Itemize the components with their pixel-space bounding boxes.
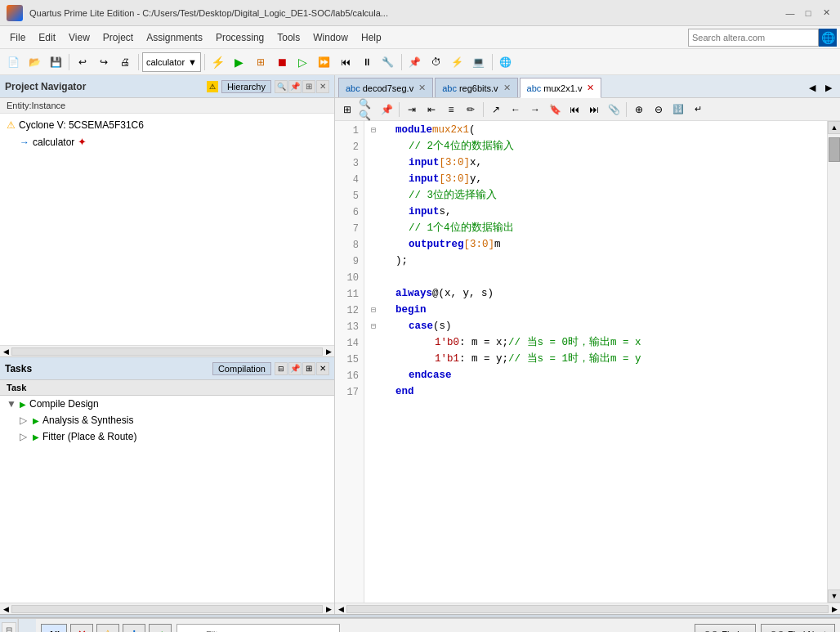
nav-close-button[interactable]: ✕ — [316, 80, 329, 93]
tab-close-reg6bits[interactable]: ✕ — [503, 83, 511, 93]
run-button[interactable]: ▷ — [293, 52, 313, 72]
back-button[interactable]: ⏮ — [336, 52, 355, 72]
menu-window[interactable]: Window — [306, 30, 355, 45]
programmer-button[interactable]: 💻 — [469, 52, 489, 72]
code-hscroll-left-button[interactable]: ◀ — [335, 603, 346, 615]
timing-button[interactable]: ⏱ — [427, 52, 446, 72]
pinout-button[interactable]: 📌 — [405, 52, 425, 72]
redo-button[interactable]: ↪ — [94, 52, 114, 72]
filter-input[interactable] — [192, 630, 339, 633]
fold-btn-1[interactable]: ⊟ — [371, 124, 382, 137]
minimize-button[interactable]: — — [783, 6, 798, 20]
vscroll-down-button[interactable]: ▼ — [828, 589, 840, 603]
find-button[interactable]: ⊙⊙ Find... — [695, 624, 756, 633]
compile-expand-icon: ▼ — [7, 398, 16, 410]
tab-mux2x1[interactable]: abc mux2x1.v ✕ — [520, 78, 602, 98]
editor-wrap-button[interactable]: ↵ — [689, 101, 707, 119]
editor-zoom-out-button[interactable]: ⊖ — [650, 101, 668, 119]
tab-reg6bits[interactable]: abc reg6bits.v ✕ — [435, 78, 517, 97]
filter-all-button[interactable]: All — [41, 624, 67, 633]
tab-close-decod7seg[interactable]: ✕ — [418, 83, 426, 93]
ip-catalog-button[interactable]: 🌐 — [496, 52, 516, 72]
tree-item-cyclone[interactable]: ⚠ Cyclone V: 5CSEMA5F31C6 — [3, 117, 331, 133]
menu-assignments[interactable]: Assignments — [140, 30, 209, 45]
menu-project[interactable]: Project — [96, 30, 140, 45]
tasks-float-button[interactable]: ⊞ — [302, 362, 315, 375]
tab-decod7seg[interactable]: abc decod7seg.v ✕ — [338, 78, 433, 97]
hierarchy-tab[interactable]: Hierarchy — [221, 80, 271, 93]
editor-unindent-button[interactable]: ⇤ — [422, 101, 440, 119]
nav-pin-button[interactable]: 📌 — [288, 80, 302, 93]
fold-btn-13[interactable]: ⊟ — [371, 320, 382, 334]
editor-attach-button[interactable]: 📎 — [605, 101, 623, 119]
tasks-close-button[interactable]: ✕ — [316, 362, 329, 375]
filter-warning-button[interactable]: ⚠ — [96, 624, 119, 633]
entity-dropdown[interactable]: calculator▼ — [142, 52, 201, 72]
filter-info-button[interactable]: ℹ — [123, 624, 145, 633]
menu-processing[interactable]: Processing — [209, 30, 270, 45]
vscroll-thumb[interactable] — [829, 137, 840, 162]
compile-button[interactable]: ▶ — [230, 52, 249, 72]
code-hscroll-right-button[interactable]: ▶ — [829, 603, 840, 615]
step-button[interactable]: ⏩ — [315, 52, 334, 72]
rtl-button[interactable]: ⊞ — [251, 52, 270, 72]
editor-format-button[interactable]: ≡ — [442, 101, 460, 119]
task-fitter[interactable]: ▷ ▶ Fitter (Place & Route) — [0, 428, 334, 445]
nav-search-button[interactable]: 🔍 — [275, 80, 288, 93]
filter-success-button[interactable]: ✓ — [149, 624, 172, 633]
vscroll-up-button[interactable]: ▲ — [828, 121, 840, 134]
editor-indent-button[interactable]: ⇥ — [403, 101, 421, 119]
search-globe-button[interactable]: 🌐 — [819, 29, 837, 47]
tab-scroll-right-button[interactable]: ▶ — [820, 78, 837, 97]
analyze-button[interactable]: ⚡ — [208, 52, 228, 72]
tab-close-mux2x1[interactable]: ✕ — [587, 83, 594, 93]
stop-button[interactable]: ⏹ — [272, 52, 292, 72]
task-compile-design[interactable]: ▼ ▶ Compile Design — [0, 396, 334, 412]
menu-edit[interactable]: Edit — [32, 30, 62, 45]
tasks-scroll-right-button[interactable]: ▶ — [323, 603, 334, 615]
menu-file[interactable]: File — [3, 30, 32, 45]
pause-button[interactable]: ⏸ — [357, 52, 377, 72]
find-next-button[interactable]: ⊙⊙ Find Next — [761, 624, 835, 633]
power-button[interactable]: ⚡ — [448, 52, 467, 72]
editor-find-button[interactable]: 🔍🔍 — [358, 101, 376, 119]
fold-btn-12[interactable]: ⊟ — [371, 304, 382, 317]
tree-item-calculator[interactable]: → calculator ✦ — [3, 133, 331, 150]
search-input[interactable] — [688, 29, 819, 47]
main-toolbar: 📄 📂 💾 ↩ ↪ 🖨 calculator▼ ⚡ ▶ ⊞ ⏹ ▷ ⏩ ⏮ ⏸ … — [0, 49, 840, 75]
editor-fwd-button[interactable]: → — [526, 101, 544, 119]
nav-scroll-left-button[interactable]: ◀ — [0, 346, 11, 357]
editor-bm-next-button[interactable]: ⏭ — [585, 101, 603, 119]
chip-button[interactable]: 🔧 — [378, 52, 398, 72]
menu-tools[interactable]: Tools — [270, 30, 306, 45]
editor-toggle-button[interactable]: ⊞ — [338, 101, 356, 119]
tasks-compilation-dropdown[interactable]: Compilation — [212, 362, 271, 375]
tasks-pin-button[interactable]: 📌 — [288, 362, 302, 375]
side-btn-1[interactable]: ⊟ — [2, 622, 16, 632]
undo-button[interactable]: ↩ — [73, 52, 92, 72]
maximize-button[interactable]: □ — [801, 6, 815, 20]
open-file-button[interactable]: 📂 — [25, 52, 44, 72]
tasks-scroll-left-button[interactable]: ◀ — [0, 603, 11, 615]
code-content[interactable]: ⊟ module mux2x1 ( // 2个4位的数据输入 — [364, 121, 827, 603]
editor-goto-button[interactable]: ↗ — [487, 101, 505, 119]
menu-view[interactable]: View — [62, 30, 96, 45]
menu-help[interactable]: Help — [355, 30, 388, 45]
editor-back-button[interactable]: ← — [507, 101, 525, 119]
new-file-button[interactable]: 📄 — [3, 52, 23, 72]
close-button[interactable]: ✕ — [819, 6, 833, 20]
print-button[interactable]: 🖨 — [115, 52, 135, 72]
tab-scroll-left-button[interactable]: ◀ — [804, 78, 820, 97]
nav-scroll-right-button[interactable]: ▶ — [323, 346, 334, 357]
task-analysis-synthesis[interactable]: ▷ ▶ Analysis & Synthesis — [0, 412, 334, 428]
filter-error-button[interactable]: ✕ — [70, 624, 93, 633]
editor-bm-prev-button[interactable]: ⏮ — [565, 101, 583, 119]
editor-zoom-in-button[interactable]: ⊕ — [630, 101, 648, 119]
editor-comment-button[interactable]: ✏ — [462, 101, 480, 119]
editor-bookmark-button[interactable]: 🔖 — [546, 101, 564, 119]
nav-float-button[interactable]: ⊞ — [302, 80, 315, 93]
tasks-settings-button[interactable]: ⊟ — [275, 362, 288, 375]
editor-linenum-button[interactable]: 🔢 — [669, 101, 687, 119]
save-button[interactable]: 💾 — [46, 52, 65, 72]
editor-pin-button[interactable]: 📌 — [378, 101, 395, 119]
